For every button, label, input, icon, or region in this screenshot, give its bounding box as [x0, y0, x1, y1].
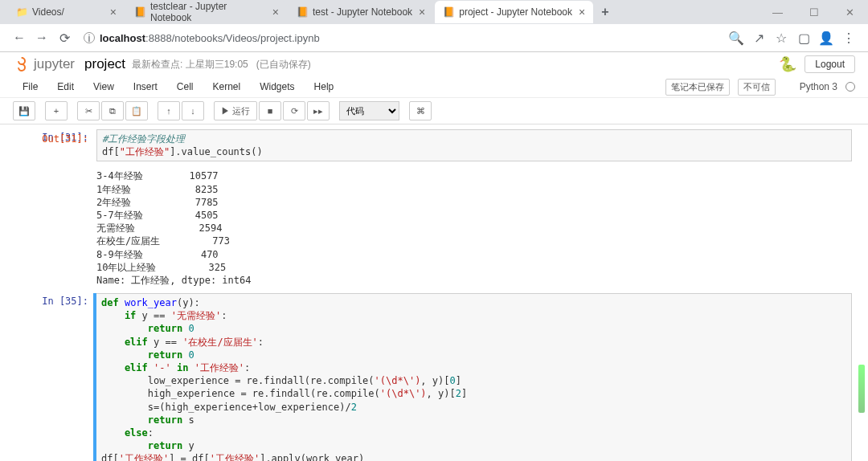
- insert-cell-button[interactable]: +: [45, 101, 68, 120]
- jupyter-header: jupyter project 最新检查点: 上星期三19:05 (已自动保存)…: [0, 52, 868, 76]
- kernel-indicator-icon: [845, 82, 855, 92]
- svg-point-0: [18, 58, 25, 64]
- browser-chrome: 📁 Videos/ × 📙 testclear - Jupyter Notebo…: [0, 0, 868, 52]
- copy-button[interactable]: ⧉: [101, 101, 124, 120]
- share-icon[interactable]: ↗: [747, 27, 770, 49]
- cell-type-select[interactable]: 代码: [339, 101, 399, 120]
- interrupt-button[interactable]: ■: [259, 101, 281, 120]
- jupyter-logo[interactable]: jupyter: [13, 55, 75, 73]
- menu-edit[interactable]: Edit: [47, 78, 84, 96]
- menu-icon[interactable]: ⋮: [837, 27, 860, 49]
- save-button[interactable]: 💾: [13, 101, 35, 120]
- python-icon: 🐍: [779, 55, 796, 73]
- move-down-button[interactable]: ↓: [182, 101, 204, 120]
- menu-cell[interactable]: Cell: [167, 78, 203, 96]
- menu-kernel[interactable]: Kernel: [203, 78, 251, 96]
- restart-button[interactable]: ⟳: [283, 101, 305, 120]
- minimize-button[interactable]: —: [760, 1, 796, 23]
- close-icon[interactable]: ×: [412, 6, 425, 18]
- toolbar: 💾 + ✂ ⧉ 📋 ↑ ↓ ▶ 运行 ■ ⟳ ▸▸ 代码 ⌘: [0, 98, 868, 124]
- extensions-icon[interactable]: ▢: [792, 27, 815, 49]
- close-icon[interactable]: ×: [266, 6, 279, 18]
- address-input[interactable]: i localhost:8888/notebooks/Videos/projec…: [84, 32, 717, 44]
- code-input[interactable]: def work_year(y): if y == '无需经验': return…: [96, 293, 852, 461]
- browser-tab-testclear[interactable]: 📙 testclear - Jupyter Notebook ×: [126, 1, 287, 23]
- cut-button[interactable]: ✂: [77, 101, 100, 120]
- search-icon[interactable]: 🔍: [725, 27, 747, 49]
- close-icon[interactable]: ×: [104, 6, 117, 18]
- address-path: /notebooks/Videos/project.ipynb: [172, 32, 320, 44]
- code-cell-31[interactable]: In [31]: #工作经验字段处理 df["工作经验"].value_coun…: [96, 129, 852, 287]
- maximize-button[interactable]: ☐: [796, 1, 832, 23]
- menu-widgets[interactable]: Widgets: [250, 78, 304, 96]
- notebook-title[interactable]: project: [84, 56, 125, 72]
- window-controls: — ☐ ✕: [760, 1, 868, 23]
- tab-label: test - Jupyter Notebook: [313, 6, 412, 18]
- profile-icon[interactable]: 👤: [815, 27, 837, 49]
- close-window-button[interactable]: ✕: [832, 1, 868, 23]
- paste-button[interactable]: 📋: [125, 101, 148, 120]
- logout-button[interactable]: Logout: [805, 55, 855, 73]
- run-button[interactable]: ▶ 运行: [214, 101, 257, 120]
- notebook-icon: 📙: [443, 6, 454, 18]
- address-port: :8888: [145, 32, 172, 44]
- browser-tab-test[interactable]: 📙 test - Jupyter Notebook ×: [289, 1, 433, 23]
- new-tab-button[interactable]: +: [595, 5, 615, 19]
- close-icon[interactable]: ×: [572, 6, 585, 18]
- info-icon[interactable]: i: [84, 32, 95, 43]
- address-host: localhost: [100, 32, 145, 44]
- command-palette-button[interactable]: ⌘: [409, 101, 432, 120]
- browser-tab-project[interactable]: 📙 project - Jupyter Notebook ×: [435, 1, 593, 23]
- address-bar: ← → ⟳ i localhost:8888/notebooks/Videos/…: [0, 24, 868, 51]
- cell-output: 3-4年经验 10577 1年经验 8235 2年经验 7785 5-7年经验 …: [96, 165, 852, 287]
- kernel-name[interactable]: Python 3: [800, 81, 837, 92]
- jupyter-icon: [13, 55, 31, 73]
- checkpoint-text: 最新检查点: 上星期三19:05: [132, 58, 248, 71]
- menu-bar: File Edit View Insert Cell Kernel Widget…: [0, 76, 868, 98]
- browser-tab-videos[interactable]: 📁 Videos/ ×: [8, 1, 125, 23]
- autosave-text: (已自动保存): [256, 58, 311, 71]
- star-icon[interactable]: ☆: [770, 27, 792, 49]
- code-cell-35[interactable]: In [35]: def work_year(y): if y == '无需经验…: [93, 293, 852, 461]
- menu-insert[interactable]: Insert: [124, 78, 167, 96]
- menu-file[interactable]: File: [13, 78, 47, 96]
- scroll-indicator[interactable]: [858, 365, 865, 413]
- notebook-icon: 📙: [134, 6, 145, 18]
- tab-label: testclear - Jupyter Notebook: [150, 1, 266, 23]
- back-button[interactable]: ←: [8, 27, 31, 49]
- trust-status[interactable]: 不可信: [738, 79, 776, 96]
- tab-label: project - Jupyter Notebook: [459, 6, 572, 18]
- svg-point-1: [18, 64, 25, 71]
- folder-icon: 📁: [16, 6, 27, 18]
- restart-run-all-button[interactable]: ▸▸: [307, 101, 330, 120]
- notebook-area: In [31]: #工作经验字段处理 df["工作经验"].value_coun…: [0, 124, 868, 461]
- code-input[interactable]: #工作经验字段处理 df["工作经验"].value_counts(): [96, 129, 852, 161]
- tab-bar: 📁 Videos/ × 📙 testclear - Jupyter Notebo…: [0, 0, 868, 24]
- move-up-button[interactable]: ↑: [158, 101, 180, 120]
- tab-label: Videos/: [32, 6, 64, 18]
- reload-button[interactable]: ⟳: [53, 27, 76, 49]
- in-prompt: In [35]:: [8, 295, 88, 308]
- notebook-icon: 📙: [297, 6, 308, 18]
- logo-text: jupyter: [34, 56, 75, 72]
- notebook-saved-status: 笔记本已保存: [665, 79, 730, 96]
- out-prompt: Out[31]:: [8, 133, 88, 145]
- jupyter-app: jupyter project 最新检查点: 上星期三19:05 (已自动保存)…: [0, 52, 868, 461]
- menu-view[interactable]: View: [84, 78, 124, 96]
- menu-help[interactable]: Help: [305, 78, 344, 96]
- forward-button[interactable]: →: [31, 27, 53, 49]
